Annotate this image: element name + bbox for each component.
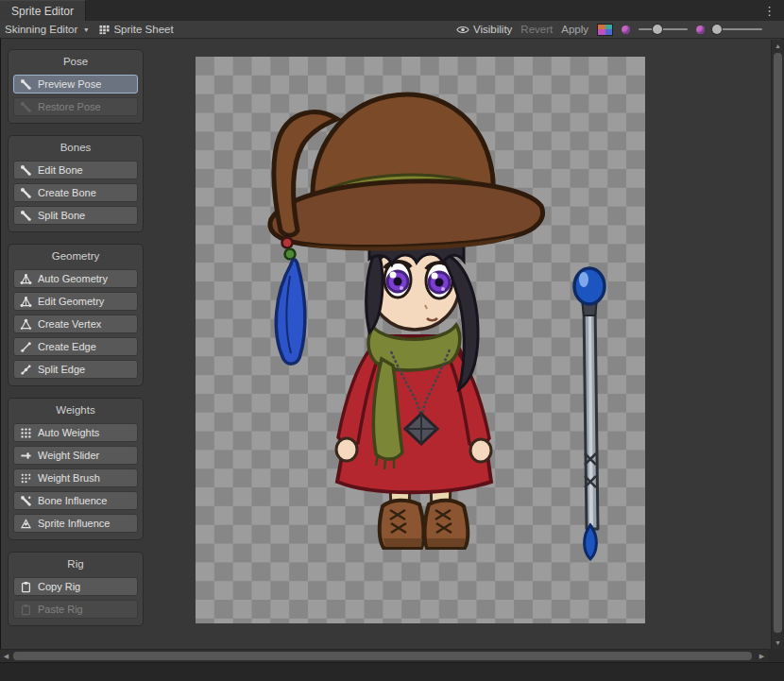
button-label: Split Edge — [38, 364, 85, 375]
preview-pose-button[interactable]: Preview Pose — [13, 75, 138, 94]
horizontal-scroll-thumb[interactable] — [13, 652, 752, 660]
sprite-editor-window: Sprite Editor ⋮ Skinning Editor ▾ Sprite… — [0, 0, 784, 681]
vertical-scrollbar[interactable]: ▲ ▼ — [771, 40, 784, 649]
tab-bar: Sprite Editor ⋮ — [0, 0, 784, 21]
swatch-quadrant — [605, 29, 613, 35]
paste-rig-icon — [20, 604, 32, 616]
button-label: Restore Pose — [38, 101, 101, 112]
button-label: Create Edge — [38, 341, 96, 352]
create-vertex-button[interactable]: Create Vertex — [13, 315, 138, 333]
skinning-editor-dropdown[interactable]: Skinning Editor ▾ — [5, 24, 88, 35]
button-label: Paste Rig — [38, 604, 83, 615]
weights-panel: Weights Auto Weights Weight Slider Weigh… — [8, 398, 144, 540]
tab-sprite-editor[interactable]: Sprite Editor — [0, 0, 86, 21]
button-label: Auto Weights — [38, 427, 99, 438]
eye-icon — [456, 25, 469, 35]
panel-title-geometry: Geometry — [13, 247, 138, 265]
skinning-editor-label: Skinning Editor — [5, 24, 77, 35]
auto-weights-button[interactable]: Auto Weights — [13, 423, 138, 442]
button-label: Split Bone — [38, 210, 85, 221]
slider-knob[interactable] — [653, 25, 662, 34]
slider-knob[interactable] — [712, 25, 722, 34]
button-label: Edit Geometry — [38, 296, 104, 307]
restore-pose-button: Restore Pose — [13, 97, 138, 116]
button-label: Sprite Influence — [38, 518, 110, 529]
scrollbar-corner — [768, 649, 784, 662]
paste-rig-button: Paste Rig — [13, 600, 138, 619]
restore-pose-icon — [20, 101, 32, 113]
opacity-slider-2[interactable] — [713, 28, 762, 30]
sprite-influence-icon — [20, 518, 32, 530]
split-bone-icon — [20, 210, 32, 222]
copy-rig-button[interactable]: Copy Rig — [13, 577, 138, 596]
tool-sidebar: Pose Preview Pose Restore Pose Bones Edi… — [8, 49, 144, 638]
copy-rig-icon — [20, 581, 32, 593]
button-label: Weight Slider — [38, 450, 99, 461]
edit-geometry-icon — [20, 296, 32, 308]
button-label: Create Bone — [38, 187, 96, 198]
create-edge-button[interactable]: Create Edge — [13, 337, 138, 356]
split-edge-icon — [20, 364, 32, 376]
weight-brush-button[interactable]: Weight Brush — [13, 468, 138, 487]
toolbar: Skinning Editor ▾ Sprite Sheet Visibilit… — [0, 21, 784, 39]
create-vertex-icon — [20, 318, 32, 331]
button-label: Create Vertex — [38, 318, 101, 330]
sprite-sheet-icon — [99, 25, 110, 35]
panel-title-pose: Pose — [13, 53, 138, 71]
button-label: Preview Pose — [38, 78, 101, 90]
revert-button: Revert — [520, 24, 553, 35]
button-label: Copy Rig — [38, 581, 80, 592]
button-label: Edit Bone — [38, 164, 83, 176]
edit-bone-button[interactable]: Edit Bone — [13, 161, 138, 179]
scroll-left-icon[interactable]: ◀ — [0, 650, 12, 662]
edit-geometry-button[interactable]: Edit Geometry — [13, 292, 138, 311]
sprite-canvas[interactable] — [196, 57, 645, 623]
pose-panel: Pose Preview Pose Restore Pose — [8, 49, 144, 124]
sprite-sheet-button[interactable]: Sprite Sheet — [99, 24, 173, 35]
split-edge-button[interactable]: Split Edge — [13, 360, 138, 379]
staff-sprite[interactable] — [574, 268, 605, 559]
kebab-menu-icon[interactable]: ⋮ — [755, 0, 784, 21]
weight-slider-icon — [20, 450, 32, 462]
visibility-label: Visibility — [473, 24, 512, 35]
weight-brush-icon — [20, 472, 32, 485]
scroll-right-icon[interactable]: ▶ — [756, 650, 768, 662]
bone-influence-button[interactable]: Bone Influence — [13, 491, 138, 510]
swatch-quadrant — [598, 29, 605, 35]
sprite-sheet-label: Sprite Sheet — [113, 24, 173, 35]
create-bone-button[interactable]: Create Bone — [13, 183, 138, 202]
button-label: Bone Influence — [38, 495, 107, 506]
scroll-down-icon[interactable]: ▼ — [772, 637, 784, 649]
auto-weights-icon — [20, 427, 32, 439]
auto-geometry-button[interactable]: Auto Geometry — [13, 269, 138, 288]
window-bottom-edge — [0, 662, 784, 681]
overlay-opacity-icon — [622, 26, 630, 34]
opacity-slider-1[interactable] — [639, 28, 688, 30]
split-bone-button[interactable]: Split Bone — [13, 206, 138, 225]
edit-bone-icon — [20, 164, 32, 177]
character-sprite[interactable] — [270, 94, 543, 548]
sprite-influence-button[interactable]: Sprite Influence — [13, 514, 138, 533]
panel-title-rig: Rig — [13, 555, 138, 573]
apply-button[interactable]: Apply — [561, 24, 588, 35]
geometry-panel: Geometry Auto Geometry Edit Geometry Cre… — [8, 244, 144, 386]
color-swatch[interactable] — [597, 24, 613, 36]
scroll-up-icon[interactable]: ▲ — [772, 40, 784, 52]
horizontal-scrollbar[interactable]: ◀ ▶ — [0, 649, 768, 662]
chevron-down-icon: ▾ — [84, 26, 88, 34]
bones-panel: Bones Edit Bone Create Bone Split Bone — [8, 135, 144, 232]
panel-title-bones: Bones — [13, 139, 138, 157]
preview-pose-icon — [20, 78, 32, 91]
bone-influence-icon — [20, 495, 32, 507]
create-bone-icon — [20, 187, 32, 199]
visibility-button[interactable]: Visibility — [456, 24, 512, 35]
overlay-opacity-icon — [696, 26, 705, 34]
tab-label: Sprite Editor — [11, 5, 74, 18]
rig-panel: Rig Copy Rig Paste Rig — [8, 552, 144, 626]
create-edge-icon — [20, 341, 32, 353]
weight-slider-button[interactable]: Weight Slider — [13, 446, 138, 465]
auto-geometry-icon — [20, 273, 32, 285]
button-label: Auto Geometry — [38, 273, 108, 284]
vertical-scroll-thumb[interactable] — [774, 53, 782, 633]
canvas-sprites — [196, 57, 645, 623]
